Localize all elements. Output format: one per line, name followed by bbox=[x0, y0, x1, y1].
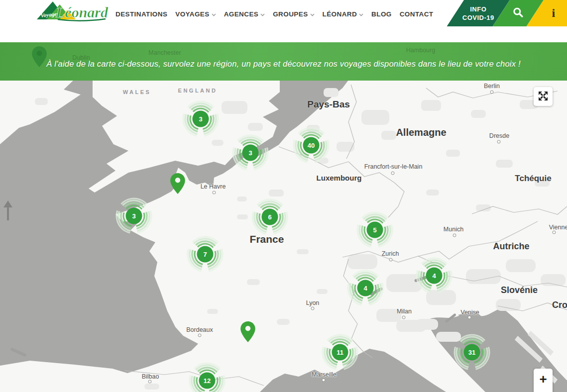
city-dot bbox=[391, 172, 395, 175]
city-label: Milan bbox=[397, 308, 412, 315]
city-dot bbox=[148, 380, 152, 384]
cluster-marker-5[interactable]: 5 bbox=[356, 211, 394, 249]
svg-text:40: 40 bbox=[308, 142, 315, 149]
cluster-marker-11[interactable]: 11 bbox=[321, 333, 359, 371]
svg-text:3: 3 bbox=[132, 212, 135, 220]
nav-item-label: VOYAGES bbox=[175, 10, 209, 18]
header-ribbons: INFO COVID-19 i bbox=[437, 0, 567, 26]
nav-item-label: GROUPES bbox=[273, 10, 308, 18]
logo-graphic: Voyages Léonard bbox=[36, 0, 111, 25]
svg-text:4: 4 bbox=[363, 285, 367, 292]
plus-icon: + bbox=[539, 373, 547, 386]
fullscreen-button[interactable] bbox=[534, 87, 553, 106]
city-dot bbox=[553, 231, 556, 234]
svg-text:5: 5 bbox=[373, 226, 376, 234]
cluster-marker-12[interactable]: 12 bbox=[188, 362, 226, 392]
banner-text: À l'aide de la carte ci-dessous, survole… bbox=[0, 59, 567, 69]
city-dot bbox=[490, 91, 494, 94]
chevron-down-icon bbox=[310, 10, 315, 18]
covid-label-line2: COVID-19 bbox=[462, 13, 494, 22]
svg-text:3: 3 bbox=[199, 115, 202, 123]
map-canvas[interactable]: WALESENGLANDPays-BasAllemagneLuxembourgT… bbox=[0, 42, 567, 392]
cluster-marker-3[interactable]: 3 bbox=[231, 134, 269, 172]
city-label: Berlin bbox=[484, 83, 500, 90]
city-dot bbox=[311, 307, 315, 310]
nav-item-label: BLOG bbox=[371, 10, 392, 18]
cluster-marker-6[interactable]: 6 bbox=[251, 198, 289, 236]
nav-item-label: CONTACT bbox=[400, 10, 434, 18]
svg-text:Léonard: Léonard bbox=[55, 4, 109, 20]
city-label: Le Havre bbox=[201, 183, 226, 190]
zoom-in-button[interactable]: + bbox=[534, 369, 553, 392]
cluster-marker-40[interactable]: 40 bbox=[292, 126, 330, 164]
svg-text:4: 4 bbox=[432, 272, 436, 280]
nav-item-l-onard[interactable]: LÉONARD bbox=[319, 7, 368, 21]
cluster-marker-4[interactable]: 4 bbox=[415, 257, 453, 294]
chevron-down-icon bbox=[359, 10, 363, 18]
city-label: Dresde bbox=[489, 132, 509, 139]
nav-item-voyages[interactable]: VOYAGES bbox=[171, 7, 220, 21]
site-header: Voyages Léonard DESTINATIONSVOYAGESAGENC… bbox=[0, 0, 567, 42]
city-label: Francfort-sur-le-Main bbox=[364, 163, 423, 170]
cluster-marker-31[interactable]: 31 bbox=[453, 333, 491, 371]
nav-item-contact[interactable]: CONTACT bbox=[396, 7, 438, 21]
city-label: Marseille bbox=[312, 371, 337, 378]
nav-item-groupes[interactable]: GROUPES bbox=[269, 7, 318, 21]
location-pin[interactable] bbox=[240, 321, 255, 342]
city-dot bbox=[213, 191, 216, 195]
chevron-down-icon bbox=[212, 10, 216, 18]
city-dot bbox=[322, 379, 326, 382]
search-icon bbox=[513, 7, 524, 20]
cluster-marker-3[interactable]: 3 bbox=[115, 197, 153, 235]
nav-item-agences[interactable]: AGENCES bbox=[220, 7, 269, 21]
svg-text:12: 12 bbox=[204, 377, 211, 385]
map-banner: DublinManchesterHambourg À l'aide de la … bbox=[0, 42, 567, 81]
city-dot bbox=[497, 140, 501, 144]
nav-item-destinations[interactable]: DESTINATIONS bbox=[112, 7, 171, 21]
main-nav: DESTINATIONSVOYAGESAGENCESGROUPESLÉONARD… bbox=[112, 7, 438, 21]
site-logo[interactable]: Voyages Léonard bbox=[36, 0, 111, 25]
svg-text:11: 11 bbox=[337, 349, 343, 356]
nav-item-blog[interactable]: BLOG bbox=[367, 7, 396, 21]
city-dot bbox=[402, 316, 406, 319]
city-dot bbox=[453, 234, 456, 237]
nav-item-label: LÉONARD bbox=[323, 10, 357, 18]
svg-text:31: 31 bbox=[468, 349, 475, 356]
city-dot bbox=[198, 334, 202, 337]
cluster-marker-7[interactable]: 7 bbox=[186, 235, 224, 273]
chevron-down-icon bbox=[260, 10, 265, 18]
city-dot bbox=[468, 316, 471, 319]
ghost-city-manchester: Manchester bbox=[148, 49, 181, 56]
city-label: Bordeaux bbox=[186, 326, 213, 333]
cluster-marker-4[interactable]: 4 bbox=[346, 269, 384, 307]
city-label: Zurich bbox=[382, 250, 399, 257]
nav-item-label: AGENCES bbox=[224, 10, 259, 18]
city-label: Lyon bbox=[306, 299, 320, 306]
nav-item-label: DESTINATIONS bbox=[115, 10, 167, 18]
location-pin[interactable] bbox=[170, 173, 185, 194]
svg-text:3: 3 bbox=[248, 149, 252, 157]
svg-text:6: 6 bbox=[268, 213, 271, 221]
city-label: Munich bbox=[444, 226, 463, 233]
city-label: Bilbao bbox=[142, 373, 159, 380]
covid-label-line1: INFO bbox=[470, 5, 486, 13]
scroll-up-arrow bbox=[2, 200, 13, 223]
city-dot bbox=[389, 258, 393, 262]
svg-text:7: 7 bbox=[203, 251, 207, 258]
info-icon: i bbox=[552, 6, 555, 20]
city-label: Vienne bbox=[549, 224, 567, 231]
fullscreen-expand-icon bbox=[537, 90, 549, 103]
cluster-marker-3[interactable]: 3 bbox=[182, 100, 220, 138]
ghost-city-hambourg: Hambourg bbox=[406, 47, 435, 54]
city-label: Venise bbox=[460, 309, 479, 316]
